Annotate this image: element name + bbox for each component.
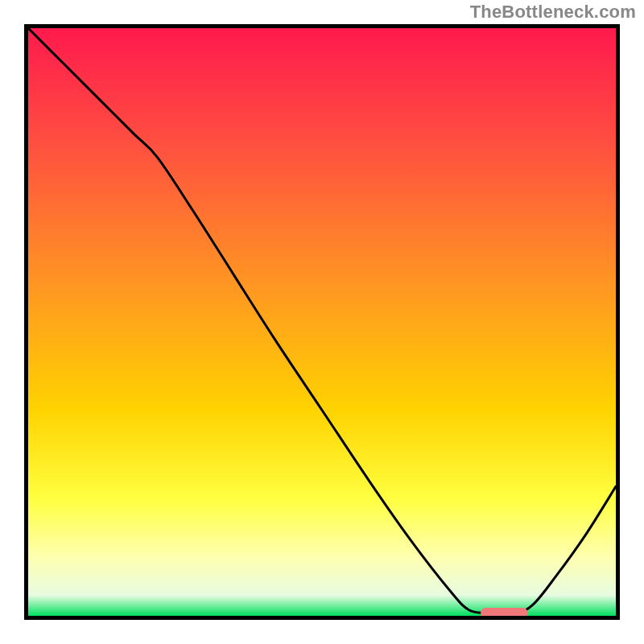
chart-frame: TheBottleneck.com [0,0,644,644]
curve-layer [28,28,616,616]
plot-area [24,24,620,620]
optimal-marker [481,608,527,616]
bottleneck-curve [28,28,616,613]
watermark-label: TheBottleneck.com [470,2,636,23]
